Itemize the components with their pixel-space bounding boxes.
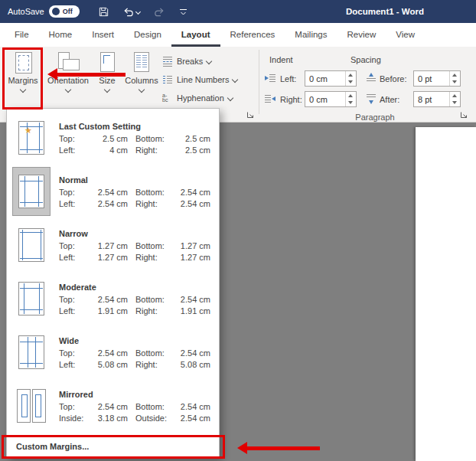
tab-design[interactable]: Design (124, 23, 171, 47)
autosave-label: AutoSave (8, 7, 44, 16)
orientation-button[interactable]: Orientation (44, 49, 92, 92)
tab-file[interactable]: File (5, 23, 39, 47)
tab-review[interactable]: Review (337, 23, 386, 47)
line-numbers-label: Line Numbers (177, 75, 229, 84)
spacing-before-spinner[interactable]: 0 pt (413, 70, 461, 87)
breaks-icon (162, 56, 173, 67)
margin-label: Inside: (59, 414, 86, 423)
hyphenation-label: Hyphenation (177, 93, 224, 103)
quick-access-toolbar (98, 6, 188, 18)
margin-value: 2.54 cm (166, 402, 210, 411)
spacing-after-spinner[interactable]: 8 pt (413, 91, 461, 107)
margin-label: Left: (59, 360, 86, 369)
tab-layout[interactable]: Layout (171, 23, 220, 47)
columns-icon (130, 51, 153, 74)
margins-dropdown-menu: ★ Last Custom Setting Top:2.5 cm Bottom:… (6, 108, 220, 458)
margin-preset-normal[interactable]: Normal Top:2.54 cm Bottom:2.54 cm Left:2… (7, 165, 219, 218)
orientation-label: Orientation (47, 76, 89, 85)
spacing-before-icon (366, 73, 377, 83)
breaks-label: Breaks (177, 57, 203, 66)
margin-label: Right: (128, 306, 166, 316)
redo-button[interactable] (153, 6, 165, 18)
margin-label: Top: (59, 188, 86, 197)
save-button[interactable] (98, 6, 109, 18)
margin-value: 2.5 cm (86, 134, 128, 143)
spinner-arrows[interactable] (449, 71, 460, 86)
tab-insert[interactable]: Insert (82, 23, 124, 47)
autosave-pill[interactable]: Off (49, 5, 80, 18)
autosave-dot-icon (52, 8, 60, 15)
margin-preset-icon-narrow (13, 221, 50, 269)
line-numbers-button[interactable]: Line Numbers (162, 72, 237, 87)
preset-name: Narrow (59, 229, 214, 238)
margin-label: Left: (59, 253, 86, 262)
margin-value: 2.54 cm (86, 402, 128, 411)
indent-left-icon (265, 73, 275, 83)
autosave-toggle[interactable]: AutoSave Off (8, 5, 80, 18)
columns-button[interactable]: Columns (122, 49, 161, 92)
margin-label: Top: (59, 348, 86, 358)
spacing-after-label: After: (380, 95, 399, 104)
customize-quick-access-button[interactable] (178, 7, 188, 17)
margin-label: Left: (59, 306, 86, 316)
breaks-button[interactable]: Breaks (162, 54, 211, 69)
chevron-down-icon (104, 87, 110, 93)
orientation-icon (57, 51, 80, 74)
margins-button[interactable]: Margins (5, 49, 41, 92)
spinner-arrows[interactable] (345, 71, 356, 86)
margin-preset-narrow[interactable]: Narrow Top:1.27 cm Bottom:1.27 cm Left:1… (7, 218, 219, 272)
paragraph-group-label: Paragraph (329, 113, 421, 122)
undo-button[interactable] (122, 6, 140, 18)
margin-value: 2.54 cm (166, 414, 210, 423)
chevron-down-icon (20, 87, 26, 93)
hyphenation-button[interactable]: a-bc Hyphenation (162, 90, 233, 106)
preset-name: Moderate (59, 283, 214, 292)
indent-right-icon (265, 93, 275, 104)
customize-toolbar-icon (178, 7, 188, 17)
document-page[interactable] (416, 127, 476, 461)
margin-label: Bottom: (128, 134, 166, 143)
tab-mailings[interactable]: Mailings (285, 23, 337, 47)
chevron-down-icon (135, 8, 141, 14)
margin-label: Bottom: (128, 295, 166, 304)
margin-preset-wide[interactable]: Wide Top:2.54 cm Bottom:2.54 cm Left:5.0… (7, 325, 219, 379)
margin-value: 1.27 cm (166, 253, 210, 262)
hyphenation-icon: a-bc (162, 93, 173, 103)
redo-icon (153, 6, 165, 18)
margin-label: Bottom: (128, 348, 166, 358)
margin-label: Right: (128, 199, 166, 208)
spacing-after-icon (366, 93, 377, 104)
spacing-after-value: 8 pt (414, 95, 449, 104)
margin-label: Right: (128, 145, 166, 155)
margin-preset-mirrored[interactable]: Mirrored Top:2.54 cm Bottom:2.54 cm Insi… (7, 379, 219, 433)
margin-preset-moderate[interactable]: Moderate Top:2.54 cm Bottom:2.54 cm Left… (7, 272, 219, 325)
spinner-arrows[interactable] (345, 92, 356, 106)
margin-value: 5.08 cm (166, 360, 210, 369)
window-title: Document1 - Word (346, 0, 424, 23)
undo-icon (122, 6, 135, 18)
custom-margins-item[interactable]: Custom Margins... (7, 436, 219, 457)
group-divider (259, 50, 259, 114)
margins-icon (11, 51, 34, 74)
margin-value: 1.27 cm (166, 241, 210, 250)
indent-right-spinner[interactable]: 0 cm (305, 91, 357, 107)
tab-view[interactable]: View (386, 23, 425, 47)
margin-value: 2.54 cm (86, 188, 128, 197)
size-label: Size (99, 76, 115, 85)
margin-value: 2.5 cm (166, 145, 210, 155)
margin-value: 2.54 cm (166, 188, 210, 197)
size-button[interactable]: Size (93, 49, 121, 92)
indent-left-value: 0 cm (305, 74, 345, 83)
tab-references[interactable]: References (220, 23, 285, 47)
paragraph-dialog-launcher[interactable] (460, 111, 469, 120)
tab-home[interactable]: Home (39, 23, 83, 47)
preset-values: Top:2.54 cm Bottom:2.54 cm Left:5.08 cm … (59, 348, 214, 369)
page-setup-dialog-launcher[interactable] (246, 111, 256, 120)
line-numbers-icon (162, 74, 173, 85)
chevron-down-icon (65, 87, 71, 93)
margin-value: 4 cm (86, 145, 128, 155)
margin-preset-last-custom-setting[interactable]: ★ Last Custom Setting Top:2.5 cm Bottom:… (7, 111, 219, 165)
spinner-arrows[interactable] (449, 92, 460, 106)
indent-left-spinner[interactable]: 0 cm (305, 70, 357, 87)
autosave-state: Off (63, 8, 73, 15)
